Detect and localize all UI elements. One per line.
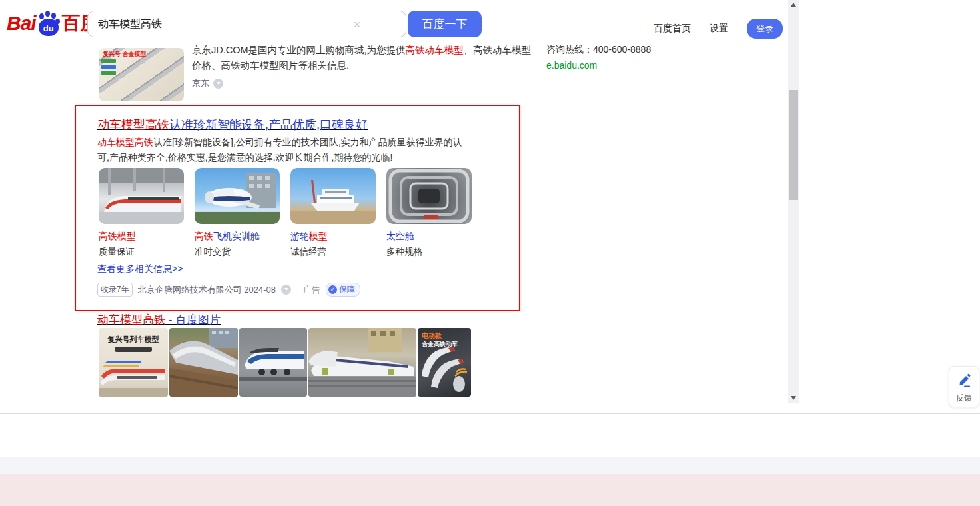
ad-company-name: 北京企腾网络技术有限公司 2024-08: [138, 284, 276, 296]
login-button[interactable]: 登录: [747, 19, 783, 39]
search-submit-button[interactable]: 百度一下: [408, 11, 482, 37]
ad-dropdown-icon[interactable]: [281, 285, 291, 295]
baidu-paw-icon: du: [37, 11, 61, 36]
feedback-label: 反馈: [949, 393, 979, 404]
ad-card-link-space[interactable]: 太空舱: [386, 231, 414, 243]
ad-contact-card: 咨询热线：400-600-8888 e.baidu.com: [546, 41, 651, 73]
ad-card-image-train[interactable]: [99, 168, 184, 224]
contact-hotline: 咨询热线：400-600-8888: [546, 41, 651, 57]
baidu-images-title-link[interactable]: 动车模型高铁 - 百度图片: [97, 312, 221, 327]
strip-image-5-caption-line2: 合金高铁动车: [422, 340, 458, 349]
jd-result-thumbnail[interactable]: 复兴号 合金模型: [99, 48, 184, 101]
baidu-secure-badge[interactable]: ✓ 保障: [326, 283, 360, 297]
source-dropdown-icon[interactable]: [213, 79, 223, 89]
ad-card-subtitle: 多种规格: [386, 246, 422, 258]
scrollbar-thumb[interactable]: [789, 90, 798, 200]
search-box-divider: [374, 17, 374, 32]
feedback-button[interactable]: 反馈: [949, 366, 979, 407]
ad-card-subtitle: 诚信经营: [290, 246, 326, 258]
more-info-link[interactable]: 查看更多相关信息>>: [97, 263, 183, 275]
browser-bottom-divider: [0, 413, 980, 414]
taskbar: S ✓ W Ps: [0, 474, 980, 506]
jd-result-description: 京东JD.COM是国内专业的网上购物商城,为您提供高铁动车模型、高铁动车模型价格…: [192, 43, 533, 73]
ad-label: 广告: [303, 284, 320, 296]
baidu-logo[interactable]: Bai du 百度: [7, 11, 99, 36]
strip-image-1-caption: 复兴号列车模型: [99, 335, 168, 345]
scrollbar-track[interactable]: [788, 0, 799, 403]
secure-badge-label: 保障: [339, 284, 355, 295]
clear-search-icon[interactable]: ×: [350, 17, 364, 32]
jd-source-name[interactable]: 京东: [192, 77, 209, 89]
contact-site-link[interactable]: e.baidu.com: [546, 57, 651, 73]
ad-card-subtitle: 质量保证: [99, 246, 135, 258]
nav-settings[interactable]: 设置: [710, 23, 728, 35]
scroll-down-arrow[interactable]: [788, 393, 799, 403]
ad-card-subtitle: 准时交货: [195, 246, 231, 258]
strip-image-5-caption-line1: 电动款: [422, 331, 442, 341]
ad-card-link-ship[interactable]: 游轮模型: [290, 231, 328, 243]
strip-image-3[interactable]: [239, 328, 307, 397]
ad-card-image-plane[interactable]: [195, 168, 280, 224]
ad-card-image-space-capsule[interactable]: [386, 168, 472, 224]
ad-footer-row: 收录7年 北京企腾网络技术有限公司 2024-08 广告 ✓ 保障: [97, 283, 360, 297]
ad-result-title-link[interactable]: 动车模型高铁认准珍新智能设备,产品优质,口碑良好: [97, 117, 368, 133]
baidu-logo-bai: Bai: [7, 12, 36, 35]
jd-thumb-caption: 复兴号 合金模型: [103, 50, 147, 59]
secure-check-icon: ✓: [328, 285, 337, 294]
indexed-years-badge: 收录7年: [97, 283, 133, 297]
pencil-icon: [956, 371, 972, 389]
strip-image-4[interactable]: [308, 328, 416, 397]
strip-image-1[interactable]: 复兴号列车模型: [99, 328, 168, 397]
search-box: ×: [87, 11, 406, 37]
ad-card-link-plane[interactable]: 高铁飞机实训舱: [195, 231, 260, 243]
scroll-up-arrow[interactable]: [788, 0, 799, 9]
top-nav: 百度首页 设置 登录: [654, 19, 783, 39]
page-footer-strip: [0, 457, 980, 474]
ad-result-description: 动车模型高铁认准[珍新智能设备],公司拥有专业的技术团队,实力和产品质量获得业界…: [97, 135, 469, 165]
strip-image-2[interactable]: [169, 328, 238, 397]
ad-card-link-train[interactable]: 高铁模型: [99, 231, 136, 243]
strip-image-5[interactable]: 电动款 合金高铁动车: [418, 328, 471, 397]
ad-card-image-ship[interactable]: [290, 168, 376, 224]
jd-result-source-row: 京东: [192, 77, 223, 89]
desktop-screen: Bai du 百度 × 百度一下 百度首页 设置 登录 复兴号 合金模型 京东J…: [0, 0, 980, 506]
nav-baidu-home[interactable]: 百度首页: [654, 23, 691, 35]
